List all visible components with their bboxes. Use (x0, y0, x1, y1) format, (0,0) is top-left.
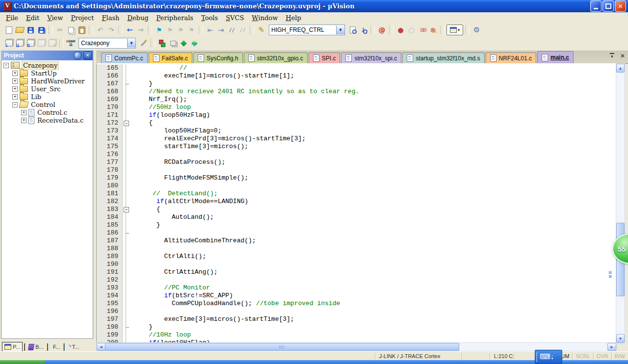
ime-language-bar[interactable]: ⌨ –▾ (535, 350, 562, 364)
fold-collapse-icon[interactable] (123, 119, 130, 127)
scroll-up-icon[interactable]: ▲ (616, 64, 625, 73)
options-target-icon[interactable] (138, 38, 149, 48)
menu-help[interactable]: Help (282, 13, 305, 23)
uncomment-box-icon[interactable] (237, 25, 248, 35)
rebuild-icon[interactable] (26, 38, 36, 48)
code-editor[interactable]: 165 //166 execTime[1]=micros()-startTime… (96, 63, 617, 343)
menu-project[interactable]: Project (67, 13, 98, 23)
expand-icon[interactable] (12, 71, 18, 76)
horizontal-scroll-thumb[interactable] (105, 343, 459, 351)
fold-collapse-icon[interactable] (123, 206, 130, 213)
scroll-down-icon[interactable]: ▼ (616, 334, 625, 343)
bookmark-clear-icon[interactable] (186, 25, 197, 35)
undo-icon[interactable] (95, 25, 105, 35)
expand-icon[interactable] (12, 94, 18, 100)
stop-build-icon[interactable] (47, 38, 57, 48)
menu-debug[interactable]: Debug (123, 13, 152, 23)
manage-books-icon[interactable] (168, 38, 178, 48)
tab-stm32f10x_spi.c[interactable]: stm32f10x_spi.c (341, 52, 401, 63)
tab-FailSafe.c[interactable]: FailSafe.c (149, 52, 192, 63)
cut-icon[interactable] (55, 25, 65, 35)
menu-flash[interactable]: Flash (98, 13, 123, 23)
tab-main.c[interactable]: main.c (537, 51, 574, 63)
collapse-icon[interactable] (12, 102, 18, 107)
redo-icon[interactable] (106, 25, 116, 35)
save-all-icon[interactable] (36, 25, 47, 35)
menu-edit[interactable]: Edit (22, 13, 43, 23)
menu-tools[interactable]: Tools (197, 13, 222, 23)
tab-list-icon[interactable] (610, 53, 614, 59)
tree-item-receivedata.c[interactable]: ReceiveData.c (1, 116, 93, 124)
debug-windows-icon[interactable] (446, 25, 463, 35)
restore-button[interactable] (602, 0, 614, 12)
unindent-icon[interactable] (205, 25, 215, 35)
load-icon[interactable] (66, 38, 76, 48)
tree-item-lib[interactable]: Lib (1, 93, 93, 101)
tab-SPI.c[interactable]: SPI.c (309, 52, 340, 63)
new-file-icon[interactable] (4, 25, 14, 35)
copy-icon[interactable] (66, 25, 76, 35)
chevron-down-icon[interactable]: ▼ (127, 39, 135, 48)
tree-item-crazepony[interactable]: Crazepony (1, 61, 93, 69)
minimize-button[interactable] (590, 0, 602, 12)
close-button[interactable]: ✕ (615, 0, 626, 12)
pin-icon[interactable] (74, 52, 82, 60)
keyboard-icon[interactable]: ⌨ (540, 353, 550, 361)
scroll-right-icon[interactable]: ► (607, 343, 616, 351)
find-in-files-icon[interactable] (347, 25, 358, 35)
tab-SysConfig.h[interactable]: SysConfig.h (193, 52, 243, 63)
bookmark-prev-icon[interactable] (165, 25, 175, 35)
panel-tab-templates[interactable]: T... (66, 342, 81, 351)
target-select[interactable] (79, 39, 127, 47)
menu-view[interactable]: View (43, 13, 67, 23)
chevron-down-icon[interactable]: ▾ (551, 357, 553, 360)
tree-item-user_src[interactable]: User_Src (1, 85, 93, 93)
panel-tab-books[interactable]: B... (26, 342, 46, 351)
tab-close-icon[interactable]: ✕ (620, 52, 625, 59)
search-input[interactable] (269, 26, 336, 34)
tab-NRF24L01.c[interactable]: NRF24L01.c (486, 52, 536, 63)
tree-item-control[interactable]: Control (1, 101, 93, 108)
tree-item-control.c[interactable]: Control.c (1, 108, 93, 116)
expand-icon[interactable] (12, 86, 18, 92)
bookmark-toggle-icon[interactable] (154, 25, 164, 35)
expand-icon[interactable] (21, 118, 26, 123)
find-browse-icon[interactable] (256, 25, 266, 35)
save-icon[interactable] (26, 25, 36, 35)
project-tree[interactable]: CrazeponyStartUpHardWareDriverUser_SrcLi… (1, 60, 93, 339)
tree-item-hardwaredriver[interactable]: HardWareDriver (1, 77, 93, 85)
wrench-icon[interactable] (471, 25, 482, 35)
menu-peripherals[interactable]: Peripherals (153, 13, 197, 23)
panel-tab-project[interactable]: P... (2, 342, 23, 351)
tab-startup_stm32f10x_md.s[interactable]: startup_stm32f10x_md.s (402, 52, 484, 63)
packs-icon[interactable] (179, 38, 189, 48)
bookmark-next-icon[interactable] (176, 25, 186, 35)
scroll-left-icon[interactable]: ◄ (97, 343, 105, 351)
manage-components-icon[interactable] (157, 38, 167, 48)
bp-enable-icon[interactable] (406, 25, 417, 35)
collapse-icon[interactable] (3, 63, 9, 68)
bp-toggle-icon[interactable] (395, 25, 406, 35)
indent-icon[interactable] (216, 25, 226, 35)
open-folder-icon[interactable] (15, 25, 25, 35)
ime-controls[interactable]: –▾ (551, 354, 553, 360)
panel-tab-braces[interactable]: F... (50, 342, 62, 351)
bp-kill-all-icon[interactable] (428, 25, 438, 35)
start-button-sliver[interactable] (0, 360, 45, 364)
tab-CommPc.c[interactable]: CommPc.c (101, 52, 148, 63)
drag-handle-icon[interactable] (536, 353, 539, 362)
bp-disable-all-icon[interactable] (417, 25, 427, 35)
build-icon[interactable] (15, 38, 25, 48)
nav-back-icon[interactable] (125, 25, 135, 35)
tab-stm32f10x_gpio.c[interactable]: stm32f10x_gpio.c (244, 52, 308, 63)
tree-item-startup[interactable]: StartUp (1, 69, 93, 77)
expand-icon[interactable] (21, 110, 26, 115)
vertical-scrollbar[interactable]: ▲ ▼ (616, 63, 625, 343)
chevron-down-icon[interactable]: ▼ (336, 26, 344, 34)
target-combo[interactable]: ▼ (78, 38, 136, 49)
expand-icon[interactable] (12, 78, 18, 84)
widget-grip-icon[interactable]: ≡≡ (608, 270, 612, 278)
translate-icon[interactable] (4, 38, 14, 48)
paste-icon[interactable] (77, 25, 87, 35)
menu-file[interactable]: File (2, 13, 22, 23)
